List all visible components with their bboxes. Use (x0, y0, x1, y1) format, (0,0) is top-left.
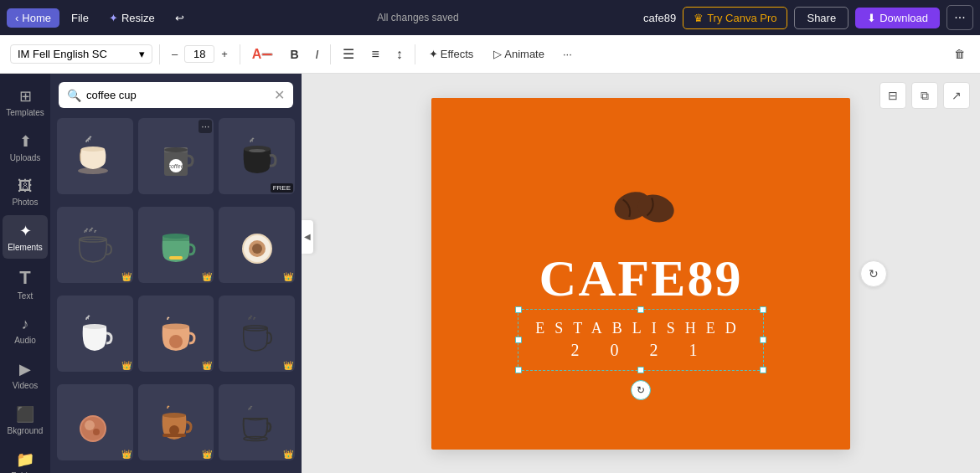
rotate-handle[interactable]: ↻ (631, 380, 651, 400)
page-layout-button[interactable]: ⊟ (879, 82, 906, 109)
templates-icon: ⊞ (19, 87, 32, 105)
search-result-item[interactable]: FREE (219, 118, 295, 194)
resize-handle-ml[interactable] (515, 337, 522, 343)
audio-icon: ♪ (22, 316, 29, 333)
sidebar-item-videos[interactable]: ▶ Videos (3, 353, 48, 397)
svg-point-8 (249, 149, 266, 152)
toolbar-more-button[interactable]: ··· (558, 44, 577, 64)
font-color-button[interactable]: A (247, 44, 279, 65)
pro-badge: 👑 (283, 272, 293, 281)
sidebar-item-background[interactable]: ⬛ Bkground (3, 398, 48, 442)
download-button[interactable]: ⬇ Download (855, 8, 940, 28)
coffee-cup-svg (232, 308, 282, 358)
resize-handle-bl[interactable] (515, 367, 522, 373)
sidebar-item-templates[interactable]: ⊞ Templates (3, 80, 48, 124)
sidebar-item-photos[interactable]: 🖼 Photos (3, 171, 48, 213)
chevron-down-icon: ▾ (139, 48, 145, 60)
search-icon: 🔍 (67, 89, 81, 102)
download-icon: ⬇ (867, 12, 876, 24)
decrease-font-button[interactable]: – (167, 44, 183, 64)
search-result-item[interactable]: 👑 (138, 296, 214, 372)
color-swatch (261, 53, 273, 56)
coffee-cup-svg (232, 219, 282, 270)
resize-handle-tr[interactable] (760, 306, 766, 313)
sidebar-item-label: Text (18, 291, 33, 301)
toolbar-end: 🗑 (949, 44, 970, 64)
effects-button[interactable]: ✦ Effects (422, 44, 481, 64)
clear-search-button[interactable]: ✕ (274, 87, 285, 103)
copy-button[interactable]: ⧉ (911, 82, 938, 109)
sidebar-item-elements[interactable]: ✦ Elements (3, 215, 48, 259)
crown-icon: ♛ (694, 12, 704, 24)
resize-handle-tl[interactable] (515, 306, 522, 313)
nav-right: cafe89 ♛ Try Canva Pro Share ⬇ Download … (643, 5, 973, 30)
resize-handle-mb[interactable] (637, 367, 644, 373)
try-canva-pro-button[interactable]: ♛ Try Canva Pro (683, 7, 787, 29)
text-selection-box[interactable]: ESTABLISHED 2 0 2 1 ↻ (518, 309, 764, 371)
more-options-button[interactable]: ··· (946, 5, 973, 30)
sidebar-item-folders[interactable]: 📁 Folders (3, 444, 48, 473)
file-button[interactable]: File (63, 8, 97, 28)
pro-badge: 👑 (202, 450, 212, 459)
font-name: IM Fell English SC (18, 48, 107, 60)
more-icon[interactable]: ··· (199, 120, 212, 133)
pro-badge: 👑 (121, 450, 132, 459)
search-result-item[interactable]: 👑 (219, 207, 295, 283)
sidebar-item-text[interactable]: T Text (3, 260, 48, 307)
pro-badge: 👑 (283, 361, 293, 370)
expand-button[interactable]: ↗ (943, 82, 970, 109)
coffee-cup-svg (151, 397, 201, 447)
canvas-design[interactable]: CAFE89 ESTABLISHED 2 0 2 1 ↻ ↻ (431, 98, 850, 450)
italic-button[interactable]: I (311, 44, 324, 64)
sidebar-item-label: Bkground (8, 426, 44, 435)
resize-handle-mr[interactable] (760, 337, 766, 343)
sidebar-item-uploads[interactable]: ⬆ Uploads (3, 126, 48, 169)
year-text: 2 0 2 1 (571, 341, 711, 360)
search-header: 🔍 ✕ (50, 74, 302, 113)
list-button[interactable]: ≡ (366, 44, 384, 65)
svg-point-11 (162, 234, 189, 239)
search-result-item[interactable]: 👑 (219, 296, 295, 372)
sidebar-item-label: Templates (6, 108, 44, 117)
search-result-item[interactable] (57, 118, 133, 194)
search-result-item[interactable]: 👑 (138, 384, 214, 460)
save-status: All changes saved (377, 12, 458, 23)
align-button[interactable]: ☰ (338, 43, 359, 65)
font-size-input[interactable] (184, 45, 214, 63)
svg-point-4 (164, 147, 188, 152)
search-input[interactable] (86, 89, 269, 101)
refresh-button[interactable]: ↻ (860, 260, 887, 287)
search-result-item[interactable]: ··· coffee (138, 118, 214, 194)
delete-button[interactable]: 🗑 (949, 44, 970, 64)
bold-button[interactable]: B (285, 44, 303, 64)
svg-point-16 (252, 244, 262, 254)
sidebar-item-label: Photos (12, 198, 38, 207)
search-result-item[interactable]: 👑 (57, 207, 133, 283)
coffee-cup-svg: coffee (151, 131, 201, 181)
search-result-item[interactable]: 👑 (219, 384, 295, 460)
share-button[interactable]: Share (794, 7, 848, 29)
coffee-cup-svg (70, 219, 120, 270)
search-result-item[interactable]: 👑 (57, 384, 133, 460)
elements-icon: ✦ (19, 222, 32, 240)
font-selector[interactable]: IM Fell English SC ▾ (10, 44, 152, 64)
resize-handle-mt[interactable] (637, 306, 644, 313)
increase-font-button[interactable]: + (216, 44, 233, 64)
sidebar: ⊞ Templates ⬆ Uploads 🖼 Photos ✦ Element… (0, 74, 50, 473)
search-result-item[interactable]: 👑 (138, 207, 214, 283)
coffee-cup-svg (151, 219, 201, 270)
search-result-item[interactable]: 👑 (57, 296, 133, 372)
undo-button[interactable]: ↩ (167, 8, 193, 28)
animate-button[interactable]: ▷ Animate (487, 44, 551, 64)
pro-badge: 👑 (121, 272, 132, 281)
spacing-button[interactable]: ↕ (391, 44, 408, 65)
undo-icon: ↩ (175, 12, 184, 24)
toolbar: IM Fell English SC ▾ – + A B I ☰ ≡ ↕ ✦ E… (0, 35, 980, 74)
collapse-panel-button[interactable]: ◀ (302, 220, 313, 254)
background-icon: ⬛ (16, 405, 34, 424)
home-button[interactable]: ‹ Home (7, 8, 59, 28)
resize-handle-br[interactable] (760, 367, 766, 373)
color-icon: A (252, 47, 262, 62)
resize-button[interactable]: ✦ Resize (101, 8, 163, 28)
sidebar-item-audio[interactable]: ♪ Audio (3, 309, 48, 352)
